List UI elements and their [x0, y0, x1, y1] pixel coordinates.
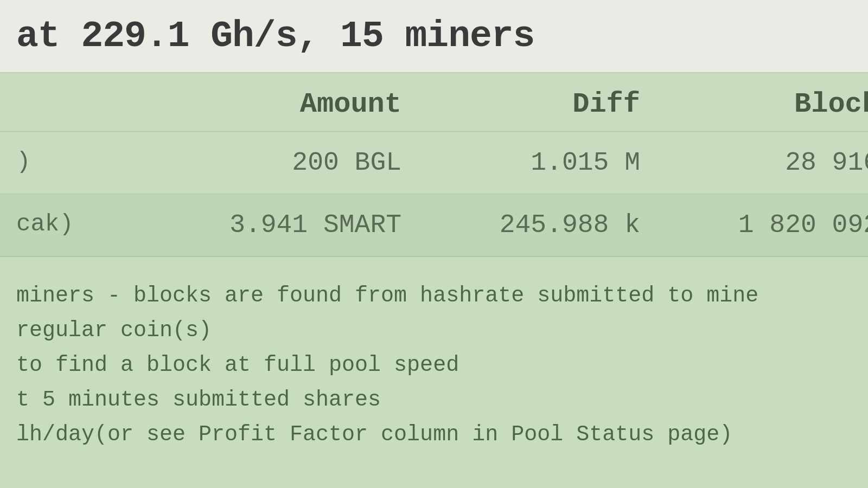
table-row: ) 200 BGL 1.015 M 28 916 5 hours 22 — [0, 132, 868, 194]
table-row: cak) 3.941 SMART 245.988 k 1 820 092 76 … — [0, 194, 868, 256]
table-container: Amount Diff Block TTF*** H ) 200 BGL 1.0… — [0, 73, 868, 256]
cell-coin-2: cak) — [0, 210, 184, 240]
cell-block-2: 1 820 092 — [662, 210, 868, 240]
table-header-row: Amount Diff Block TTF*** H — [0, 73, 868, 132]
col-header-coin — [0, 88, 184, 120]
cell-diff-2: 245.988 k — [423, 210, 662, 240]
footer-notes: miners - blocks are found from hashrate … — [0, 256, 868, 468]
cell-diff-1: 1.015 M — [423, 148, 662, 177]
col-header-amount: Amount — [184, 88, 423, 120]
note-line-2: to find a block at full pool speed — [16, 348, 852, 383]
cell-block-1: 28 916 — [662, 148, 868, 177]
cell-amount-1: 200 BGL — [184, 148, 423, 177]
cell-amount-2: 3.941 SMART — [184, 210, 423, 240]
note-line-3: t 5 minutes submitted shares — [16, 383, 852, 418]
header-title: at 229.1 Gh/s, 15 miners — [16, 15, 534, 57]
header-section: at 229.1 Gh/s, 15 miners — [0, 0, 868, 73]
table-section: Amount Diff Block TTF*** H ) 200 BGL 1.0… — [0, 73, 868, 488]
col-header-block: Block — [662, 88, 868, 120]
page-wrapper: at 229.1 Gh/s, 15 miners Amount Diff Blo… — [0, 0, 868, 488]
note-line-4: lh/day(or see Profit Factor column in Po… — [16, 418, 852, 452]
note-line-1: miners - blocks are found from hashrate … — [16, 279, 852, 348]
cell-coin-1: ) — [0, 148, 184, 177]
col-header-diff: Diff — [423, 88, 662, 120]
